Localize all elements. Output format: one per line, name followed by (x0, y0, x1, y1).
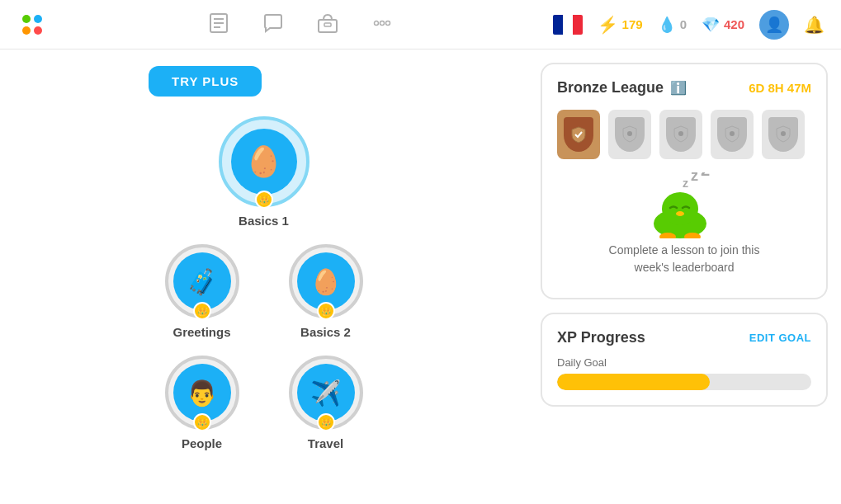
topnav: ⚡ 179 💧 0 💎 420 👤 🔔 (0, 0, 841, 49)
lesson-row-3: 👨 👑 People ✈️ 👑 (165, 356, 363, 450)
basics2-label: Basics 2 (300, 325, 351, 339)
sleeping-owl-svg: z z z (635, 172, 734, 238)
greetings-circle: 🧳 👑 (165, 244, 239, 318)
empty-shield-2 (615, 117, 645, 152)
more-nav-icon[interactable] (371, 12, 394, 38)
gems-stat[interactable]: 💎 420 (702, 16, 744, 34)
xp-bar-fill (557, 374, 710, 390)
league-rank-4 (711, 110, 754, 159)
svg-point-18 (676, 211, 684, 216)
travel-label: Travel (308, 436, 343, 450)
right-sidebar: Bronze League ℹ️ 6D 8H 47M (527, 49, 841, 504)
nav-icons (81, 12, 520, 38)
basics1-label: Basics 1 (239, 214, 289, 228)
streak-count: 179 (622, 17, 643, 31)
notification-bell-icon[interactable]: 🔔 (804, 15, 824, 35)
svg-point-7 (380, 21, 384, 25)
hearts-stat[interactable]: 💧 0 (658, 16, 687, 34)
travel-circle: ✈️ 👑 (289, 356, 363, 430)
svg-text:z: z (691, 172, 698, 184)
lesson-basics2[interactable]: 🥚 👑 Basics 2 (289, 244, 363, 339)
topnav-stats: ⚡ 179 💧 0 💎 420 👤 🔔 (553, 10, 824, 40)
basics1-inner: 🥚 (231, 129, 297, 195)
svg-point-8 (385, 21, 390, 25)
greetings-crown: 👑 (193, 302, 211, 320)
leaderboard-sleep-text: Complete a lesson to join thisweek's lea… (609, 242, 760, 276)
lesson-grid: 🥚 👑 Basics 1 🧳 (33, 116, 494, 450)
lesson-greetings[interactable]: 🧳 👑 Greetings (165, 244, 239, 339)
streak-icon: ⚡ (598, 15, 618, 35)
xp-progress-bar (557, 374, 811, 390)
empty-shield-4 (717, 117, 747, 152)
course-map: TRY PLUS 🥚 👑 Basics 1 (0, 49, 527, 504)
league-info-icon[interactable]: ℹ️ (670, 80, 687, 96)
greetings-label: Greetings (172, 325, 230, 339)
learn-nav-icon[interactable] (207, 12, 230, 38)
basics1-crown: 👑 (255, 191, 273, 209)
svg-rect-5 (324, 23, 331, 26)
league-title: Bronze League (557, 79, 664, 97)
empty-shield-3 (666, 117, 696, 152)
avatar[interactable]: 👤 (759, 10, 789, 40)
lesson-row-1: 🥚 👑 Basics 1 (219, 116, 309, 228)
empty-shield-5 (768, 117, 798, 152)
lesson-travel[interactable]: ✈️ 👑 Travel (289, 356, 363, 450)
edit-goal-button[interactable]: EDIT GOAL (749, 332, 811, 344)
svg-point-10 (678, 131, 683, 136)
travel-crown: 👑 (317, 413, 335, 431)
league-header: Bronze League ℹ️ 6D 8H 47M (557, 79, 811, 97)
hearts-count: 0 (680, 17, 687, 31)
league-avatars (557, 110, 811, 159)
lesson-people[interactable]: 👨 👑 People (165, 356, 239, 450)
svg-point-11 (730, 131, 735, 136)
xp-progress-card: XP Progress EDIT GOAL Daily Goal (541, 313, 828, 407)
leaderboard-empty-state: z z z Complete a lesson to join (557, 159, 811, 283)
duolingo-logo[interactable] (17, 9, 48, 40)
main-layout: TRY PLUS 🥚 👑 Basics 1 (0, 49, 841, 504)
league-title-row: Bronze League ℹ️ (557, 79, 687, 97)
people-circle: 👨 👑 (165, 356, 239, 430)
people-label: People (182, 436, 222, 450)
league-rank-3 (659, 110, 702, 159)
gems-count: 420 (724, 17, 744, 31)
basics1-circle: 🥚 👑 (219, 116, 309, 207)
xp-header: XP Progress EDIT GOAL (557, 329, 811, 346)
try-plus-button[interactable]: TRY PLUS (149, 66, 262, 97)
lesson-row-2: 🧳 👑 Greetings 🥚 👑 (165, 244, 363, 339)
lesson-basics1[interactable]: 🥚 👑 Basics 1 (219, 116, 309, 228)
svg-point-6 (374, 21, 378, 25)
chat-nav-icon[interactable] (262, 12, 285, 38)
hearts-icon: 💧 (658, 16, 676, 34)
streak-stat[interactable]: ⚡ 179 (598, 15, 643, 35)
league-timer: 6D 8H 47M (749, 81, 811, 95)
people-crown: 👑 (193, 413, 211, 431)
bronze-league-card: Bronze League ℹ️ 6D 8H 47M (541, 63, 828, 299)
svg-point-9 (627, 131, 632, 136)
league-rank-2 (608, 110, 651, 159)
svg-point-12 (781, 131, 786, 136)
gems-icon: 💎 (702, 16, 720, 34)
xp-bar-label: Daily Goal (557, 356, 811, 369)
bronze-shield (564, 117, 593, 152)
svg-text:z: z (701, 172, 710, 180)
language-flag[interactable] (553, 15, 583, 35)
shop-nav-icon[interactable] (316, 12, 339, 38)
league-rank-5 (762, 110, 805, 159)
xp-title: XP Progress (557, 329, 645, 346)
avatar-icon: 👤 (765, 16, 783, 34)
basics2-circle: 🥚 👑 (289, 244, 363, 318)
svg-text:z: z (683, 177, 688, 190)
svg-point-17 (662, 192, 698, 225)
basics2-crown: 👑 (317, 302, 335, 320)
league-rank-1 (557, 110, 600, 159)
